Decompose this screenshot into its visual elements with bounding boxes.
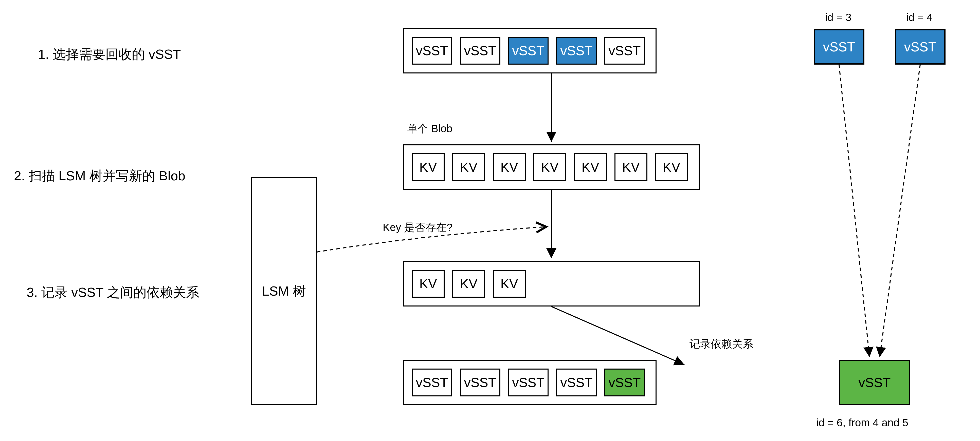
vsst-ext-4: vSST [895, 29, 945, 65]
id3-label: id = 3 [825, 11, 851, 24]
footer-label: id = 6, from 4 and 5 [816, 417, 908, 429]
vsst-box: vSST [412, 37, 452, 65]
step-2-label: 2. 扫描 LSM 树并写新的 Blob [14, 167, 185, 185]
vsst-ext-3: vSST [814, 29, 864, 65]
id4-label: id = 4 [906, 11, 932, 24]
step-1-label: 1. 选择需要回收的 vSST [38, 46, 181, 63]
arrow-r3-r4 [551, 306, 684, 365]
kv-box: KV [614, 153, 648, 181]
vsst-box-new: vSST [605, 368, 645, 397]
lsm-tree-box: LSM 树 [251, 177, 317, 405]
vsst-box: vSST [460, 368, 500, 397]
kv-box: KV [412, 153, 445, 181]
single-blob-label: 单个 Blob [407, 122, 452, 136]
vsst-box: vSST [460, 37, 500, 65]
row2-container: KV KV KV KV KV KV KV [403, 144, 700, 190]
kv-box: KV [452, 270, 485, 298]
row1-container: vSST vSST vSST vSST vSST [403, 28, 657, 73]
kv-box: KV [574, 153, 607, 181]
kv-box: KV [533, 153, 566, 181]
row3-container: KV KV KV [403, 261, 700, 306]
record-deps-label: 记录依赖关系 [689, 337, 753, 351]
vsst-box: vSST [605, 37, 645, 65]
vsst-box-selected: vSST [556, 37, 597, 65]
kv-box: KV [493, 153, 526, 181]
arrow-id4-to-6 [880, 65, 920, 357]
kv-box: KV [655, 153, 688, 181]
vsst-box: vSST [412, 368, 452, 397]
vsst-box-selected: vSST [508, 37, 549, 65]
kv-box: KV [452, 153, 485, 181]
row4-container: vSST vSST vSST vSST vSST [403, 360, 657, 405]
vsst-box: vSST [556, 368, 597, 397]
key-exists-label: Key 是否存在? [383, 220, 452, 235]
vsst-ext-6: vSST [839, 360, 910, 405]
arrow-id3-to-6 [839, 65, 869, 357]
vsst-box: vSST [508, 368, 549, 397]
step-3-label: 3. 记录 vSST 之间的依赖关系 [27, 284, 199, 301]
kv-box: KV [493, 270, 526, 298]
kv-box: KV [412, 270, 445, 298]
